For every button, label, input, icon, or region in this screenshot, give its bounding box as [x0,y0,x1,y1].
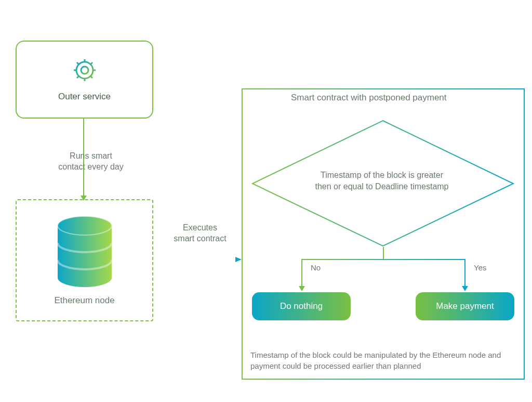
make-payment-label: Make payment [436,301,494,312]
yes-label: Yes [474,263,486,272]
decision-branch-horizontal [301,259,466,260]
svg-point-4 [58,268,112,287]
arrow-to-no [301,260,302,287]
footnote-text: Timestamp of the block could be manipula… [250,349,515,371]
arrow-right-to-contract [153,259,242,260]
decision-stem [383,247,384,260]
do-nothing-label: Do nothing [280,301,323,312]
make-payment-box: Make payment [416,292,514,320]
do-nothing-box: Do nothing [252,292,351,320]
outer-service-label: Outer service [58,92,111,102]
smart-contract-title: Smart contract with postponed payment [291,93,447,103]
database-cylinder-icon [54,215,116,288]
runs-smart-label: Runs smart contact every day [44,151,138,173]
ethereum-node-box: Ethereum node [16,199,153,321]
arrow-to-yes [464,260,466,287]
decision-text: Timestamp of the block is greater then o… [283,170,481,192]
svg-point-0 [81,67,88,74]
gear-icon [72,57,98,85]
no-label: No [311,263,321,272]
ethereum-node-label: Ethereum node [54,295,114,306]
outer-service-box: Outer service [16,41,153,119]
postponed-payment-diagram: Outer service Runs smart contact every d… [0,0,532,402]
svg-point-1 [76,62,93,79]
executes-label: Executes smart contract [161,223,239,244]
svg-marker-7 [235,257,242,262]
